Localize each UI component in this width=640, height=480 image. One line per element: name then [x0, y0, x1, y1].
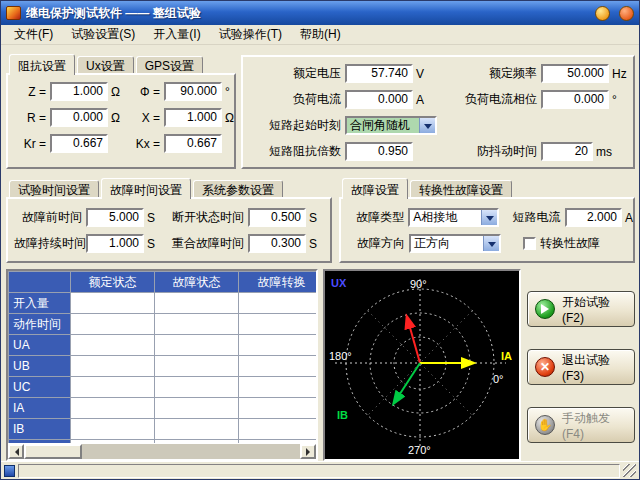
x-input[interactable]: 1.000	[164, 108, 222, 127]
open-state-time-label: 断开状态时间	[160, 209, 248, 226]
manual-trigger-button[interactable]: ✋ 手动触发(F4)	[527, 407, 635, 443]
short-start-value: 合闸角随机	[347, 118, 419, 133]
table-cell	[155, 293, 239, 314]
phasor-labels: UX 90° 180° IA 0° 270° IB	[329, 277, 512, 456]
table-cell	[239, 293, 319, 314]
table-cell	[71, 398, 155, 419]
tab-system-param-settings[interactable]: 系统参数设置	[193, 180, 283, 197]
load-current-unit: A	[413, 93, 435, 107]
fault-duration-input[interactable]: 1.000	[86, 234, 144, 253]
tab-test-time-settings[interactable]: 试验时间设置	[9, 180, 99, 197]
scrollbar-track[interactable]	[24, 444, 300, 459]
rated-row: 短路起始时刻 合闸角随机	[249, 116, 633, 135]
row-label: IA	[9, 398, 71, 419]
menu-binary-input[interactable]: 开入量(I)	[144, 24, 209, 45]
table-row: UC	[9, 377, 319, 398]
rated-freq-input[interactable]: 50.000	[541, 64, 609, 83]
phasor-vectors	[394, 317, 473, 403]
z-label: Z =	[16, 85, 50, 99]
minimize-button[interactable]	[595, 6, 610, 21]
load-phase-unit: °	[609, 93, 617, 107]
fault-tab-strip: 故障设置 转换性故障设置	[339, 177, 635, 197]
convertible-fault-checkbox[interactable]	[523, 237, 536, 250]
fault-type-combobox[interactable]: A相接地	[408, 208, 499, 227]
exit-test-button[interactable]: ✕ 退出试验(F3)	[527, 349, 635, 385]
table-cell	[239, 335, 319, 356]
fault-row: 故障方向 正方向 转换性故障	[347, 234, 633, 253]
chevron-down-icon[interactable]	[483, 236, 499, 251]
table-cell	[155, 398, 239, 419]
chevron-down-icon[interactable]	[419, 118, 435, 133]
reclose-fault-time-label: 重合故障时间	[160, 235, 248, 252]
scroll-left-icon[interactable]	[8, 444, 24, 459]
exit-test-label: 退出试验(F3)	[562, 352, 627, 383]
row-label: UB	[9, 356, 71, 377]
ib-label: IB	[337, 409, 348, 421]
load-current-input[interactable]: 0.000	[345, 90, 413, 109]
menu-help[interactable]: 帮助(H)	[291, 24, 350, 45]
tab-impedance-settings[interactable]: 阻抗设置	[9, 54, 75, 75]
status-message-area	[18, 464, 620, 478]
results-table-panel: 额定状态 故障状态 故障转换 开入量 动作时间 UA UB UC IA IB I…	[6, 269, 318, 461]
impedance-row: Z = 1.000 Ω Φ = 90.000 °	[16, 82, 234, 101]
rated-row: 负荷电流 0.000 A 负荷电流相位 0.000 °	[249, 90, 633, 109]
start-test-button[interactable]: 开始试验(F2)	[527, 291, 635, 327]
kx-input[interactable]: 0.667	[164, 134, 222, 153]
short-start-combobox[interactable]: 合闸角随机	[345, 116, 437, 135]
load-current-label: 负荷电流	[249, 91, 345, 108]
title-bar: 继电保护测试软件 —— 整组试验	[1, 1, 639, 25]
table-cell	[71, 293, 155, 314]
tab-ux-settings[interactable]: Ux设置	[77, 56, 134, 73]
menu-test-operation[interactable]: 试验操作(T)	[210, 24, 291, 45]
tab-gps-settings[interactable]: GPS设置	[136, 56, 203, 73]
manual-trigger-label: 手动触发(F4)	[562, 410, 627, 441]
z-unit: Ω	[108, 85, 128, 99]
short-factor-label: 短路阻抗倍数	[249, 143, 345, 160]
scrollbar-thumb[interactable]	[24, 444, 82, 459]
r-input[interactable]: 0.000	[50, 108, 108, 127]
tab-fault-time-settings[interactable]: 故障时间设置	[101, 178, 191, 199]
chevron-down-icon[interactable]	[481, 210, 497, 225]
phi-input[interactable]: 90.000	[164, 82, 222, 101]
time-tab-strip: 试验时间设置 故障时间设置 系统参数设置	[6, 177, 332, 197]
table-row: 动作时间	[9, 314, 319, 335]
menu-test-settings[interactable]: 试验设置(S)	[62, 24, 144, 45]
debounce-input[interactable]: 20	[541, 142, 593, 161]
table-row: UA	[9, 335, 319, 356]
short-current-input[interactable]: 2.000	[565, 208, 622, 227]
table-row: 开入量	[9, 293, 319, 314]
open-state-time-input[interactable]: 0.500	[248, 208, 306, 227]
fault-direction-label: 故障方向	[347, 235, 409, 252]
resize-grip[interactable]	[623, 464, 636, 477]
table-cell	[239, 356, 319, 377]
kr-input[interactable]: 0.667	[50, 134, 108, 153]
table-row: IA	[9, 398, 319, 419]
impedance-row: R = 0.000 Ω X = 1.000 Ω	[16, 108, 234, 127]
short-factor-input[interactable]: 0.950	[345, 142, 413, 161]
pre-fault-time-input[interactable]: 5.000	[86, 208, 144, 227]
table-row: UB	[9, 356, 319, 377]
table-cell	[71, 356, 155, 377]
table-cell	[239, 314, 319, 335]
table-cell	[155, 377, 239, 398]
rated-voltage-input[interactable]: 57.740	[345, 64, 413, 83]
horizontal-scrollbar[interactable]	[8, 443, 316, 459]
fault-type-value: A相接地	[410, 210, 481, 225]
deg90-label: 90°	[410, 278, 427, 290]
reclose-fault-time-input[interactable]: 0.300	[248, 234, 306, 253]
r-unit: Ω	[108, 111, 128, 125]
impedance-row: Kr = 0.667 Kx = 0.667	[16, 134, 234, 153]
fault-direction-combobox[interactable]: 正方向	[409, 234, 501, 253]
fault-settings-panel: 故障设置 转换性故障设置 故障类型 A相接地 短路电流 2.000 A 故障方向	[339, 177, 635, 263]
debounce-unit: ms	[593, 145, 612, 159]
scroll-right-icon[interactable]	[300, 444, 316, 459]
time-tab-content: 故障前时间 5.000 S 断开状态时间 0.500 S 故障持续时间 1.00…	[6, 197, 332, 263]
fault-row: 故障类型 A相接地 短路电流 2.000 A	[347, 208, 633, 227]
menu-file[interactable]: 文件(F)	[5, 24, 62, 45]
tab-convertible-fault-settings[interactable]: 转换性故障设置	[410, 180, 512, 197]
short-current-label: 短路电流	[499, 209, 564, 226]
close-button[interactable]	[619, 6, 634, 21]
tab-fault-settings[interactable]: 故障设置	[342, 178, 408, 199]
z-input[interactable]: 1.000	[50, 82, 108, 101]
load-phase-input[interactable]: 0.000	[541, 90, 609, 109]
